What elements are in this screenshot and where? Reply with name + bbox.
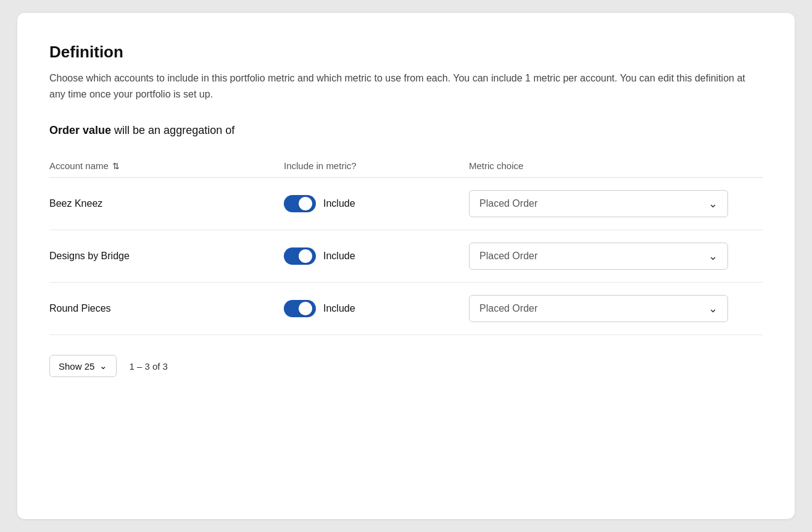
pagination-row: Show 25 ⌄ 1 – 3 of 3 [49, 355, 763, 377]
col-account-name-header: Account name ⇅ [49, 160, 284, 171]
toggle-round-pieces[interactable] [284, 300, 316, 317]
aggregation-bold: Order value [49, 124, 111, 136]
col-metric-header: Metric choice [469, 160, 753, 171]
show-per-page-label: Show 25 [59, 361, 94, 372]
chevron-down-icon: ⌄ [708, 197, 718, 210]
metric-select-designs-by-bridge[interactable]: Placed Order ⌄ [469, 243, 753, 270]
accounts-table: Account name ⇅ Include in metric? Metric… [49, 154, 763, 335]
account-name-beez-kneez: Beez Kneez [49, 198, 284, 209]
sort-icon[interactable]: ⇅ [112, 161, 120, 171]
include-toggle-designs-by-bridge: Include [284, 247, 469, 265]
include-label-designs-by-bridge: Include [323, 251, 355, 262]
col-include-header: Include in metric? [284, 160, 469, 171]
include-toggle-beez-kneez: Include [284, 195, 469, 212]
section-title: Definition [49, 43, 763, 62]
main-card: Definition Choose which accounts to incl… [17, 13, 795, 519]
table-row: Designs by Bridge Include Placed Order ⌄ [49, 230, 763, 283]
include-label-round-pieces: Include [323, 303, 355, 314]
aggregation-suffix: will be an aggregation of [114, 124, 234, 136]
section-description: Choose which accounts to include in this… [49, 70, 763, 102]
table-row: Round Pieces Include Placed Order ⌄ [49, 283, 763, 335]
table-row: Beez Kneez Include Placed Order ⌄ [49, 178, 763, 230]
include-toggle-round-pieces: Include [284, 300, 469, 317]
aggregation-label: Order value will be an aggregation of [49, 124, 763, 137]
account-name-round-pieces: Round Pieces [49, 303, 284, 314]
table-header: Account name ⇅ Include in metric? Metric… [49, 154, 763, 178]
definition-section: Definition Choose which accounts to incl… [49, 43, 763, 102]
account-name-designs-by-bridge: Designs by Bridge [49, 251, 284, 262]
toggle-designs-by-bridge[interactable] [284, 247, 316, 265]
include-label-beez-kneez: Include [323, 198, 355, 209]
metric-select-round-pieces[interactable]: Placed Order ⌄ [469, 295, 753, 322]
show-per-page-select[interactable]: Show 25 ⌄ [49, 355, 117, 377]
metric-select-beez-kneez[interactable]: Placed Order ⌄ [469, 190, 753, 217]
show-per-page-chevron: ⌄ [99, 360, 107, 372]
pagination-range: 1 – 3 of 3 [129, 361, 168, 372]
chevron-down-icon: ⌄ [708, 249, 718, 263]
toggle-beez-kneez[interactable] [284, 195, 316, 212]
chevron-down-icon: ⌄ [708, 302, 718, 315]
